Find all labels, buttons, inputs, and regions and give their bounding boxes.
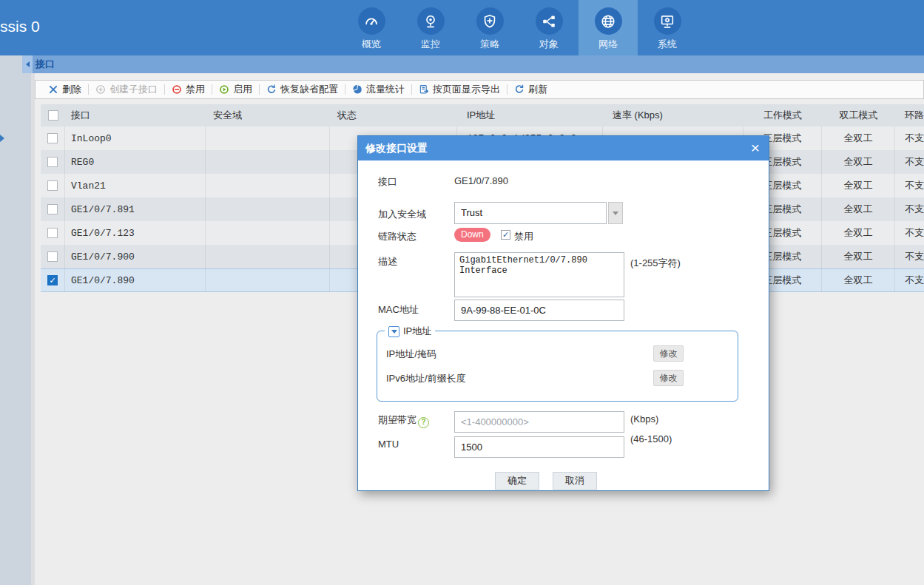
restore-arrow-icon	[266, 84, 277, 95]
column-header: 速率 (Kbps)	[603, 104, 743, 126]
toolbar-button-label: 禁用	[186, 83, 205, 96]
globe-icon	[595, 7, 622, 35]
main-nav: 概览监控策略对象网络系统	[342, 0, 697, 55]
cell-loop: 不支持	[895, 268, 924, 292]
toolbar-button-pie-chart[interactable]: 流量统计	[352, 83, 405, 96]
toolbar-button-label: 启用	[233, 83, 252, 96]
checkbox-cell	[41, 197, 65, 221]
cell-loop: 不支持	[895, 150, 924, 174]
toolbar-button-delete-x[interactable]: 删除	[48, 83, 81, 96]
toolbar-separator	[259, 84, 260, 95]
refresh-arrow-icon	[514, 84, 525, 95]
nav-item-label: 网络	[598, 38, 618, 51]
column-header: IP地址	[457, 104, 603, 126]
cell-duplex: 全双工	[822, 126, 895, 150]
nav-item-share[interactable]: 对象	[519, 0, 579, 55]
cell-loop: 不支持	[895, 245, 924, 268]
system-icon	[654, 7, 681, 35]
checkbox-cell	[41, 221, 65, 245]
toolbar-button-circle-minus[interactable]: 禁用	[172, 83, 205, 96]
cell-duplex: 全双工	[822, 268, 895, 292]
cell-duplex: 全双工	[822, 221, 895, 245]
checkbox-cell	[41, 245, 65, 268]
mtu-input[interactable]	[454, 436, 624, 458]
mac-address-input[interactable]	[454, 300, 624, 321]
circle-play-icon	[219, 84, 229, 95]
sidebar-expand-arrow-icon[interactable]	[0, 135, 4, 142]
description-label: 描述	[378, 255, 397, 268]
tab-interfaces[interactable]: 接口	[36, 55, 55, 73]
row-checkbox[interactable]	[47, 157, 58, 167]
modify-ipv6-button[interactable]: 修改	[653, 370, 684, 386]
toolbar-button-label: 刷新	[528, 83, 547, 96]
interface-value: GE1/0/7.890	[454, 175, 508, 186]
nav-item-shield-plus[interactable]: 策略	[460, 0, 519, 55]
table-header: 接口安全域状态IP地址速率 (Kbps)工作模式双工模式环路检测	[41, 104, 924, 126]
collapsed-sidebar	[0, 73, 31, 585]
row-checkbox[interactable]: ✓	[47, 275, 58, 285]
chassis-label: ssis 0	[0, 18, 40, 35]
toolbar-button-export-doc[interactable]: 按页面显示导出	[419, 83, 500, 96]
toolbar-button-circle-play[interactable]: 启用	[219, 83, 252, 96]
row-checkbox[interactable]	[47, 133, 58, 143]
nav-item-label: 对象	[539, 38, 559, 51]
cell-duplex: 全双工	[822, 150, 895, 174]
ip-address-group: IP地址 IP地址/掩码 修改 IPv6地址/前缀长度 修改	[377, 331, 738, 402]
cell-loop: 不支持	[895, 126, 924, 150]
nav-item-gauge[interactable]: 概览	[342, 0, 401, 55]
row-checkbox[interactable]	[47, 180, 58, 191]
toolbar-button-circle-plus[interactable]: 创建子接口	[95, 83, 158, 96]
toolbar-separator	[411, 84, 412, 95]
toolbar-button-label: 创建子接口	[109, 83, 158, 96]
cell-security-zone	[206, 197, 330, 221]
nav-item-label: 系统	[658, 38, 677, 51]
nav-item-system[interactable]: 系统	[638, 0, 697, 55]
cell-security-zone	[206, 150, 330, 174]
circle-plus-icon	[95, 84, 106, 95]
nav-item-label: 监控	[421, 38, 440, 51]
cell-interface-name: GE1/0/7.890	[65, 268, 206, 292]
close-icon[interactable]: ×	[751, 136, 760, 159]
collapse-section-button[interactable]	[388, 326, 399, 337]
checkbox-cell	[41, 150, 65, 174]
security-zone-value[interactable]: Trust	[454, 202, 607, 224]
bandwidth-input[interactable]	[454, 411, 624, 433]
row-checkbox[interactable]	[47, 228, 58, 238]
cell-interface-name: REG0	[65, 150, 206, 174]
chevron-down-icon	[613, 212, 618, 215]
nav-item-monitor[interactable]: 监控	[401, 0, 460, 55]
security-zone-label: 加入安全域	[378, 208, 426, 221]
column-header: 接口	[65, 104, 206, 126]
chevron-left-icon	[26, 61, 30, 67]
nav-item-globe[interactable]: 网络	[579, 0, 638, 55]
security-zone-select[interactable]: Trust	[454, 202, 623, 224]
ip-group-legend: IP地址	[385, 325, 435, 338]
delete-x-icon	[48, 84, 58, 95]
modify-ip-button[interactable]: 修改	[653, 345, 684, 362]
select-dropdown-button[interactable]	[608, 202, 623, 224]
cell-security-zone	[206, 174, 330, 197]
link-state-label: 链路状态	[378, 230, 417, 243]
ok-button[interactable]: 确定	[495, 472, 539, 490]
disable-checkbox-label: 禁用	[514, 230, 533, 243]
row-checkbox[interactable]	[47, 204, 58, 214]
toolbar-separator	[212, 84, 212, 95]
help-icon[interactable]: ?	[418, 417, 429, 428]
toolbar-button-restore-arrow[interactable]: 恢复缺省配置	[266, 83, 338, 96]
cancel-button[interactable]: 取消	[553, 472, 597, 490]
ip-mask-label: IP地址/掩码	[386, 348, 436, 361]
toolbar-button-refresh-arrow[interactable]: 刷新	[514, 83, 547, 96]
disable-checkbox[interactable]: ✓	[501, 230, 510, 240]
toolbar-button-label: 删除	[62, 83, 81, 96]
description-textarea[interactable]: GigabitEthernet1/0/7.890 Interface	[454, 252, 624, 297]
checkbox-cell	[41, 126, 65, 150]
export-doc-icon	[419, 84, 429, 95]
bandwidth-label: 期望带宽?	[378, 413, 429, 428]
mtu-hint: (46-1500)	[630, 433, 672, 444]
description-hint: (1-255字符)	[630, 257, 681, 270]
collapse-tab-button[interactable]	[22, 55, 33, 73]
select-all-checkbox[interactable]	[48, 110, 58, 121]
header-checkbox-cell	[41, 104, 65, 126]
cell-security-zone	[206, 126, 330, 150]
row-checkbox[interactable]	[47, 251, 58, 262]
